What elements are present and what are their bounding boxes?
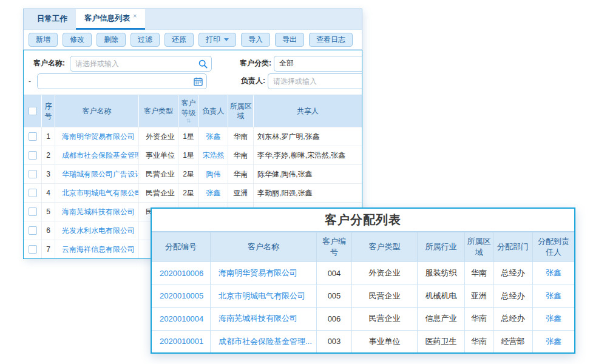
- tab-strip: 日常工作客户信息列表×: [24, 9, 362, 30]
- row-checkbox[interactable]: [29, 226, 37, 235]
- table-row: 2020010005北京市明城电气有限公司005民营企业机械机电亚洲总经办张鑫: [152, 285, 574, 308]
- column-header: 客户名称: [55, 95, 139, 127]
- allocation-no-link[interactable]: 2020010005: [152, 285, 211, 308]
- department-cell: 总经办: [493, 308, 533, 330]
- department-cell: 总经办: [493, 262, 533, 285]
- column-header-label: 所属区域: [229, 101, 252, 121]
- industry-cell: 服装纺织: [418, 262, 465, 285]
- assignee-link[interactable]: 张鑫: [533, 331, 574, 353]
- region-cell: 亚洲: [465, 285, 493, 308]
- customer-name-link[interactable]: 北京市明城电气有限公司: [211, 285, 317, 308]
- customer-name-link[interactable]: 成都市社会保险基金管理...: [55, 146, 139, 164]
- button-label: 过滤: [138, 35, 152, 45]
- allocation-table-header: 分配编号客户名称客户编号客户类型所属行业所属区域分配部门分配到责任人: [152, 231, 574, 261]
- column-header-label: 客户类型: [369, 241, 401, 252]
- customer-category-value: 全部: [279, 58, 294, 69]
- row-checkbox[interactable]: [29, 132, 37, 141]
- button-label: 修改: [70, 35, 84, 45]
- add-button[interactable]: 新增: [29, 33, 58, 47]
- allocation-no-link[interactable]: 2020010004: [152, 308, 211, 330]
- column-header: 分配部门: [493, 232, 533, 261]
- column-header-label: 分配到责任人: [535, 236, 572, 257]
- assignee-link[interactable]: 张鑫: [533, 308, 574, 330]
- allocation-table-body: 2020010006海南明华贸易有限公司004外资企业服装纺织华南总经办张鑫20…: [152, 261, 574, 352]
- table-row: 2020010004海南芜城科技有限公司006民营企业信息产业华南总经办张鑫: [152, 307, 574, 330]
- row-checkbox[interactable]: [29, 207, 37, 216]
- column-header-label: 序号: [43, 101, 53, 121]
- table-row: 4北京市明城电气有限公司民营企业2星张鑫亚洲李勤丽,阳强,张鑫: [24, 183, 362, 202]
- view-log-button[interactable]: 查看日志: [309, 33, 353, 47]
- department-cell: 总经办: [493, 285, 533, 308]
- customer-name-link[interactable]: 华瑞城有限公司广告设计部: [55, 165, 139, 183]
- customer-name-link[interactable]: 光发水利水电有限公司: [55, 221, 139, 240]
- customer-grade-cell: 2星: [178, 165, 199, 183]
- tab-close-icon[interactable]: ×: [133, 12, 137, 19]
- column-header: 客户名称: [211, 232, 317, 261]
- customer-type-cell: 民营企业: [139, 184, 178, 202]
- row-checkbox-cell: [24, 184, 42, 202]
- customer-name-link[interactable]: 成都市社会保险基金管理...: [211, 331, 317, 353]
- date-range-separator: -: [29, 77, 35, 86]
- column-header: 客户类型: [139, 95, 178, 127]
- table-row: 1海南明华贸易有限公司外资企业1星张鑫华南刘东林,罗广明,张鑫: [24, 127, 362, 146]
- row-checkbox[interactable]: [29, 151, 37, 160]
- region-cell: 亚洲: [228, 184, 254, 202]
- row-index-cell: 3: [42, 165, 55, 183]
- column-header: 负责人: [199, 95, 228, 127]
- customer-no-cell: 004: [317, 262, 352, 285]
- owner-link[interactable]: 张鑫: [199, 127, 228, 146]
- date-input[interactable]: [38, 74, 206, 89]
- button-label: 导入: [248, 35, 263, 45]
- customer-name-label: 客户名称:: [33, 58, 70, 69]
- column-header-label: 客户类型: [144, 106, 173, 116]
- assignee-link[interactable]: 张鑫: [533, 285, 574, 308]
- customer-grade-cell: 1星: [178, 146, 199, 164]
- select-all-checkbox[interactable]: [29, 107, 37, 115]
- owner-link[interactable]: 张鑫: [199, 184, 228, 202]
- customer-name-link[interactable]: 海南芜城科技有限公司: [211, 308, 317, 330]
- delete-button[interactable]: 删除: [97, 33, 126, 47]
- export-button[interactable]: 导出: [275, 33, 304, 47]
- shared-people-cell: 刘东林,罗广明,张鑫: [254, 127, 362, 146]
- column-header-label: 负责人: [203, 106, 225, 116]
- sort-icon[interactable]: ⇅: [186, 118, 191, 124]
- customer-name-link[interactable]: 云南海祥信息有限公司: [55, 240, 139, 258]
- table-row: 3华瑞城有限公司广告设计部民营企业2星陶伟华南陈华健,陶伟,张鑫: [24, 164, 362, 183]
- column-header[interactable]: 客户等级⇅: [178, 95, 199, 127]
- allocation-no-link[interactable]: 2020010001: [152, 331, 211, 353]
- allocation-no-link[interactable]: 2020010006: [152, 262, 211, 285]
- row-checkbox[interactable]: [29, 189, 37, 197]
- row-index-cell: 7: [42, 240, 55, 258]
- region-cell: 华南: [228, 127, 254, 146]
- customer-name-link[interactable]: 海南明华贸易有限公司: [211, 262, 317, 285]
- column-header: 所属区域: [228, 95, 254, 127]
- allocation-panel: 客户分配列表 分配编号客户名称客户编号客户类型所属行业所属区域分配部门分配到责任…: [151, 207, 575, 354]
- filter-button[interactable]: 过滤: [131, 33, 160, 47]
- search-icon[interactable]: [198, 59, 208, 69]
- tab-daily-work[interactable]: 日常工作: [29, 9, 76, 29]
- calendar-icon[interactable]: [194, 77, 203, 86]
- owner-filter-input[interactable]: [268, 74, 362, 89]
- column-header: 共享人: [254, 95, 362, 127]
- button-label: 打印: [206, 35, 220, 45]
- customer-name-link[interactable]: 北京市明城电气有限公司: [55, 184, 139, 202]
- customer-table-header: 序号客户名称客户类型客户等级⇅负责人所属区域共享人: [24, 95, 362, 127]
- owner-filter-field: [268, 73, 362, 89]
- region-cell: 华南: [465, 331, 493, 353]
- assignee-link[interactable]: 张鑫: [533, 262, 574, 285]
- column-header-label: 客户名称: [83, 106, 112, 116]
- customer-name-link[interactable]: 海南芜城科技有限公司: [55, 203, 139, 221]
- restore-button[interactable]: 还原: [164, 33, 194, 47]
- import-button[interactable]: 导入: [241, 33, 270, 47]
- owner-link[interactable]: 陶伟: [199, 165, 228, 183]
- tab-customer-info-list[interactable]: 客户信息列表×: [76, 9, 145, 30]
- customer-category-select[interactable]: 全部: [274, 56, 362, 72]
- row-checkbox[interactable]: [29, 170, 37, 178]
- row-checkbox-cell: [24, 221, 42, 240]
- edit-button[interactable]: 修改: [63, 33, 92, 47]
- customer-name-input[interactable]: [70, 56, 211, 71]
- print-button[interactable]: 打印: [198, 33, 236, 47]
- customer-name-link[interactable]: 海南明华贸易有限公司: [55, 127, 139, 146]
- row-checkbox[interactable]: [29, 245, 37, 254]
- owner-link[interactable]: 宋浩然: [199, 146, 228, 164]
